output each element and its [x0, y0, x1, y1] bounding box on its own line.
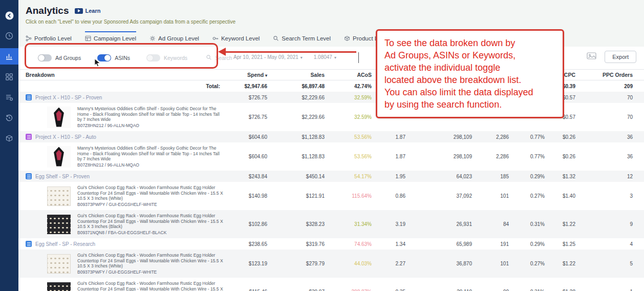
cursor-icon [94, 59, 101, 69]
gear-icon [149, 35, 156, 41]
cell-orders: 4 [575, 241, 633, 247]
campaign-type-badge [26, 94, 32, 100]
sidebar-item-rules[interactable] [0, 89, 18, 106]
annotation-line: located above the breakdown list. [384, 74, 555, 86]
table-row-product: Gui's Chicken Coop Egg Rack - Wooden Far… [18, 182, 644, 210]
product-image-eggwhite [47, 254, 71, 274]
image-card-icon[interactable] [587, 52, 596, 62]
table-row-campaign: Egg Shelf - SP - Proven$243.84$450.1454.… [18, 171, 644, 182]
tab-portfolio-level[interactable]: Portfolio Level [26, 31, 72, 41]
date-range-picker[interactable]: Apr 10, 2021 - May 09, 2021▾ [233, 54, 303, 60]
product-image-coffin [47, 146, 71, 168]
cell-orders: 70 [575, 114, 633, 120]
column-header-sales[interactable]: Sales [267, 72, 325, 78]
sidebar-item-products[interactable] [0, 130, 18, 147]
cell-clicks: 101 [472, 193, 509, 199]
campaign-type-badge [26, 173, 32, 179]
page-subtitle: Click on each "Level" to view your Spons… [26, 19, 644, 25]
cell-cpc: $1.22 [545, 261, 575, 266]
export-button[interactable]: Export [605, 51, 636, 63]
cell-spend: $123.19 [223, 261, 267, 266]
cell-cpc: $0.26 [545, 154, 575, 159]
tab-search-term-level[interactable]: Search Term Level [273, 31, 331, 41]
table-row-campaign: Project X - H10 - SP - Auto$604.60$1,128… [18, 131, 644, 142]
cell-sales: $1,128.83 [267, 154, 325, 159]
search-icon [273, 35, 279, 41]
chevron-down-icon: ▾ [300, 55, 303, 60]
tab-label: Keyword Level [221, 35, 260, 41]
sidebar-item-analytics[interactable] [0, 48, 18, 65]
product-image-eggblack [47, 282, 71, 291]
table-row-product: Manny's Mysterious Oddities Coffin Shelf… [18, 142, 644, 171]
campaign-name-link[interactable]: Egg Shelf - SP - Proven [35, 174, 90, 179]
cell-ctr: 0.27% [509, 193, 545, 199]
date-controls: Apr 10, 2021 - May 09, 2021▾ 1.08047▾ [233, 54, 336, 60]
toolbar-divider [358, 52, 359, 63]
key-icon [212, 35, 219, 41]
cell-sales: $328.23 [267, 221, 325, 227]
main-content: Analytics Learn Click on each "Level" to… [18, 0, 644, 291]
history-icon [5, 114, 13, 122]
cell-ctr: 0.31% [509, 289, 545, 291]
campaign-name-link[interactable]: Project X - H10 - SP - Auto [35, 134, 96, 140]
sidebar-item-back[interactable] [0, 7, 18, 24]
column-header-breakdown[interactable]: Breakdown [26, 72, 223, 78]
cell-sales: $450.14 [267, 174, 325, 179]
cell-spend: $140.98 [223, 193, 267, 199]
product-title: Manny's Mysterious Oddities Coffin Shelf… [77, 146, 223, 162]
cell-acos: 115.64% [325, 193, 372, 199]
box-icon [344, 35, 350, 41]
sidebar-item-dashboard[interactable] [0, 69, 18, 85]
column-header-acos[interactable]: ACoS [325, 72, 372, 78]
tab-label: Search Term Level [282, 35, 331, 41]
table-row-product: Gui's Chicken Coop Egg Rack - Wooden Far… [18, 210, 644, 238]
product-asin-sku: B07Z8HN212 / 96-ALLN-MQAO [77, 123, 223, 129]
right-tools: Export [587, 51, 636, 63]
cell-sales: $121.91 [267, 193, 325, 199]
cell-clicks: 185 [472, 174, 509, 179]
currency-rate-select[interactable]: 1.08047▾ [314, 54, 336, 60]
column-header-ppc-orders[interactable]: PPC Orders [575, 72, 633, 78]
cell-sales: $2,229.66 [267, 95, 325, 100]
keywords-toggle[interactable] [146, 54, 160, 61]
sidebar-item-history[interactable] [0, 110, 18, 126]
sidebar-item-clock[interactable] [0, 28, 18, 44]
total-spend: $2,947.66 [223, 84, 267, 89]
tab-label: Portfolio Level [34, 35, 72, 41]
currency-rate-value: 1.08047 [314, 54, 332, 60]
cell-ctr: 0.77% [509, 154, 545, 159]
product-title: Gui's Chicken Coop Egg Rack - Wooden Far… [77, 281, 223, 291]
tab-ad-group-level[interactable]: Ad Group Level [149, 31, 199, 41]
table-body: Project X - H10 - SP - Proven$726.75$2,2… [18, 92, 644, 291]
annotation-line: Ad Groups, ASINs or Keywords, [384, 49, 555, 61]
cell-acos: 288.87% [325, 289, 372, 291]
product-title: Gui's Chicken Coop Egg Rack - Wooden Far… [77, 213, 223, 230]
cell-impressions: 65,989 [405, 241, 472, 247]
learn-label: Learn [85, 8, 100, 14]
tab-label: Ad Group Level [158, 35, 199, 41]
campaign-name-link[interactable]: Project X - H10 - SP - Proven [35, 95, 102, 100]
column-header-spend[interactable]: Spend ▾ [223, 72, 267, 78]
cell-ctr: 0.27% [509, 261, 545, 266]
total-label: Total: [26, 83, 223, 89]
cell-sales: $319.76 [267, 241, 325, 247]
asins-toggle-label: ASINs [115, 55, 130, 61]
campaign-name-link[interactable]: Egg Shelf - SP - Research [35, 241, 95, 247]
cell-acos: 44.03% [325, 261, 372, 266]
campaign-list-icon [85, 35, 91, 41]
cell-clicks: 191 [472, 241, 509, 247]
cell-roas: 2.27 [372, 261, 405, 266]
toggle-group: Ad Groups ASINs Keywords [38, 54, 204, 61]
cell-acos: 74.63% [325, 241, 372, 247]
cell-sales: $39.97 [267, 289, 325, 291]
cell-clicks: 90 [472, 289, 509, 291]
learn-link[interactable]: Learn [75, 8, 100, 14]
tab-keyword-level[interactable]: Keyword Level [212, 31, 260, 41]
tab-campaign-level[interactable]: Campaign Level [85, 31, 136, 41]
list-settings-icon [5, 93, 13, 101]
ad-groups-toggle[interactable] [38, 54, 52, 61]
cell-spend: $243.84 [223, 174, 267, 179]
grid-icon [5, 73, 13, 81]
product-asin-sku: B09373PWFY / GUI-EGGSHELF-WHITE [77, 269, 223, 275]
annotation-line: To see the data broken down by [384, 37, 555, 49]
